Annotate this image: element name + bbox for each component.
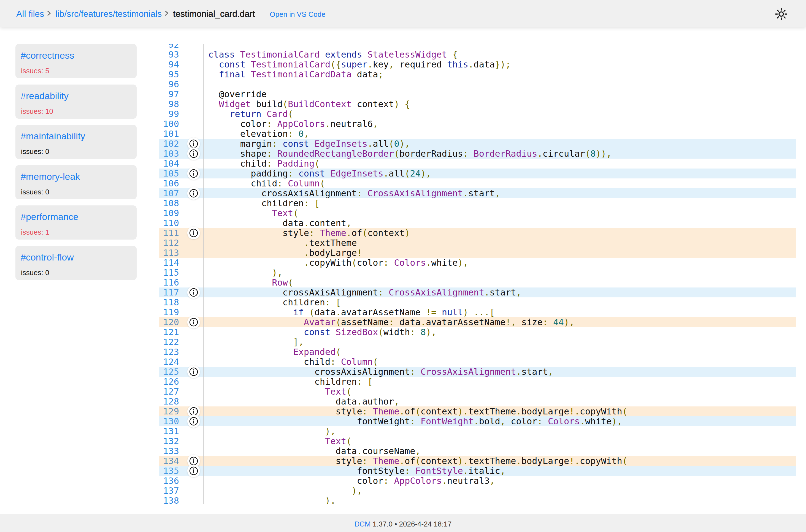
line-number: 102 — [159, 139, 184, 149]
gutter-cell — [184, 198, 203, 208]
code-token: shape — [240, 148, 267, 159]
line-number: 120 — [159, 317, 184, 327]
info-icon[interactable] — [187, 365, 200, 378]
info-icon[interactable] — [187, 227, 200, 239]
code-token — [410, 466, 415, 476]
code-token: crossAxisAlignment — [314, 366, 410, 377]
code-token: children — [261, 198, 304, 208]
code-token: . — [336, 307, 341, 318]
code-token: of — [405, 456, 415, 466]
code-token: ( — [309, 307, 314, 318]
code-token: [ — [336, 297, 341, 308]
info-icon[interactable] — [187, 464, 200, 477]
info-circle-glyph — [189, 367, 198, 376]
code-token: start — [489, 287, 516, 298]
gutter-cell — [184, 109, 203, 119]
tag-link[interactable]: #memory-leak — [21, 172, 80, 181]
code-token — [208, 376, 314, 387]
code-token: data — [394, 317, 420, 327]
code-token: ( — [415, 406, 420, 417]
line-number: 113 — [159, 248, 184, 258]
tag-link[interactable]: #maintainability — [21, 131, 85, 141]
code-token — [208, 148, 240, 159]
code-token: TestimonialCardData — [251, 69, 352, 80]
code-token: Colors — [394, 258, 426, 268]
code-token: margin — [240, 138, 272, 149]
chevron-right-icon — [45, 10, 53, 17]
code-token: data — [314, 307, 336, 318]
code-token: . — [473, 416, 479, 426]
code-token — [325, 168, 330, 179]
line-number: 123 — [159, 347, 184, 357]
code-text: child: Column( — [203, 357, 796, 367]
code-token: . — [304, 218, 309, 228]
code-token: padding — [251, 168, 288, 179]
code-text: ), — [203, 426, 796, 436]
info-icon[interactable] — [187, 286, 200, 299]
code-token: context — [352, 99, 394, 109]
code-token: SizedBox — [336, 327, 378, 337]
gutter-cell — [184, 59, 203, 70]
code-token: AppColors — [394, 476, 442, 486]
breadcrumb-all-files[interactable]: All files — [16, 9, 44, 19]
tag-link[interactable]: #control-flow — [21, 252, 74, 262]
code-token: Text — [325, 386, 346, 397]
info-icon[interactable] — [187, 187, 200, 200]
code-token — [208, 89, 219, 99]
code-text: color: AppColors.neutral3, — [203, 476, 796, 486]
code-token — [208, 406, 336, 417]
code-token: . — [325, 119, 330, 129]
code-token: != — [426, 307, 437, 318]
code-token: , — [516, 287, 521, 298]
line-number: 118 — [159, 298, 184, 307]
footer: DCM1.37.0 • 2026-4-24 18:17 — [0, 514, 806, 532]
code-token: : — [357, 188, 362, 198]
info-circle-glyph — [189, 457, 198, 466]
gutter-cell — [184, 426, 203, 436]
code-token: start — [522, 366, 548, 377]
code-token: : — [288, 129, 293, 139]
code-text: style: Theme.of(context).textTheme.bodyL… — [203, 406, 796, 416]
code-token: ( — [373, 357, 378, 367]
tag-link[interactable]: #correctness — [21, 51, 74, 60]
breadcrumb-directory[interactable]: lib/src/features/testimonials — [55, 9, 162, 19]
code-token: color — [357, 476, 383, 486]
code-line-101: 101 elevation: 0, — [159, 129, 796, 139]
code-line-131: 131 ), — [159, 426, 796, 436]
code-token — [272, 158, 277, 169]
code-token: . — [426, 258, 431, 268]
theme-toggle-button[interactable] — [774, 7, 788, 21]
code-token: }); — [495, 59, 511, 70]
code-token: final — [219, 69, 245, 80]
info-icon[interactable] — [187, 167, 200, 180]
code-token: const — [304, 327, 330, 337]
code-token: ( — [622, 456, 627, 466]
code-token — [261, 109, 267, 119]
code-token: context — [420, 406, 458, 417]
tag-link[interactable]: #readability — [21, 91, 69, 100]
info-icon[interactable] — [187, 415, 200, 428]
code-line-95: 95 final TestimonialCardData data; — [159, 70, 796, 79]
code-text: Expanded( — [203, 347, 796, 357]
chevron-right-icon — [163, 10, 170, 17]
code-line-93: 93class TestimonialCard extends Stateles… — [159, 50, 796, 59]
tag-card-memory-leak: #memory-leakissues: 0 — [15, 165, 137, 200]
tag-link[interactable]: #performance — [21, 212, 78, 222]
code-token — [208, 476, 357, 486]
code-token — [208, 69, 219, 80]
open-in-vscode-link[interactable]: Open in VS Code — [270, 10, 325, 19]
code-token: Column — [341, 357, 373, 367]
code-token: ), — [564, 317, 575, 327]
info-icon[interactable] — [187, 147, 200, 160]
code-token: ( — [585, 148, 590, 159]
line-number: 116 — [159, 278, 184, 287]
code-token: : — [378, 287, 383, 298]
dcm-link[interactable]: DCM — [355, 520, 371, 528]
code-token — [235, 49, 240, 60]
code-line-133: 133 data.courseName, — [159, 446, 796, 456]
code-token: , — [500, 466, 505, 476]
line-number: 94 — [159, 59, 184, 70]
info-icon[interactable] — [187, 316, 200, 328]
code-token — [208, 208, 272, 218]
code-token: Row — [272, 277, 288, 288]
